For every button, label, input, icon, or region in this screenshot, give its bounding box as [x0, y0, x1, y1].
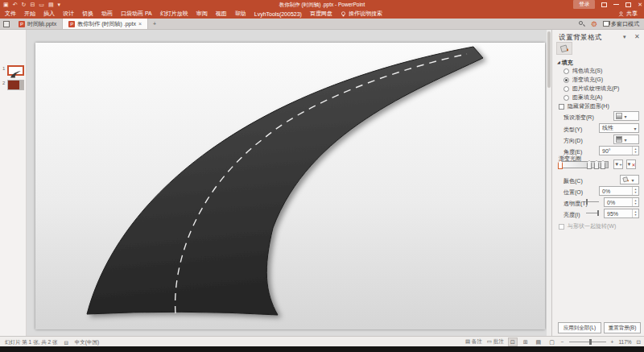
doc-tab-inactive[interactable]: P 时间轴.pptx: [13, 19, 62, 29]
zoom-out-icon[interactable]: −: [561, 339, 564, 345]
slide-counter[interactable]: 幻灯片 第 1 张, 共 2 张: [5, 339, 57, 346]
tab-design[interactable]: 设计: [63, 10, 74, 18]
brightness-slider[interactable]: [586, 209, 599, 218]
gradient-stop[interactable]: [594, 160, 599, 169]
gradient-stop-selected[interactable]: [558, 160, 563, 169]
tab-lvyhtools[interactable]: LvyhTools(200523): [254, 11, 302, 17]
tab-insert[interactable]: 插入: [43, 10, 55, 18]
tab-list-button[interactable]: [0, 19, 13, 29]
spinner-arrows[interactable]: ▴▾: [632, 147, 638, 155]
option-picture-fill[interactable]: 图片或纹理填充(P): [564, 85, 619, 93]
slide-1-thumbnail[interactable]: [7, 65, 24, 76]
slider-handle[interactable]: [597, 210, 599, 216]
slide-1-number: 1: [2, 66, 5, 71]
share-button[interactable]: 共享: [618, 10, 638, 18]
tab-slideshow[interactable]: 幻灯片放映: [160, 10, 188, 18]
slide-2-thumbnail[interactable]: [7, 80, 24, 90]
multi-window-mode-button[interactable]: 多窗口模式: [603, 20, 639, 28]
type-dropdown[interactable]: 线性▾: [599, 123, 639, 133]
window-controls: 登录 ✕: [573, 0, 642, 9]
checkbox-icon[interactable]: [559, 104, 564, 110]
radio-icon[interactable]: [564, 68, 569, 74]
ribbon-display-options-icon[interactable]: [601, 2, 607, 7]
display-settings-icon[interactable]: ⊟: [64, 340, 68, 346]
direction-swatch-icon: [616, 136, 622, 143]
radio-icon[interactable]: [564, 86, 569, 92]
reset-background-button[interactable]: 重置背景(B): [604, 322, 641, 333]
tab-pocket-animation[interactable]: 口袋动画 PA: [121, 10, 152, 18]
doc-tab-active[interactable]: P 教你制作 (时间轴) .pptx ×: [62, 19, 148, 29]
chevron-down-icon: ▾: [630, 177, 636, 183]
position-row: 位置(O): [564, 188, 583, 197]
reading-view-icon[interactable]: ▤: [535, 338, 543, 346]
fit-to-window-icon[interactable]: ⊡: [637, 339, 641, 346]
person-icon: [618, 11, 624, 17]
restore-icon[interactable]: [625, 2, 631, 7]
spin-down-icon[interactable]: ▾: [634, 191, 636, 194]
preset-gradient-dropdown[interactable]: ▾: [613, 111, 639, 121]
slide-canvas[interactable]: [35, 43, 545, 329]
slider-handle[interactable]: [586, 199, 588, 205]
spin-down-icon[interactable]: ▾: [634, 151, 636, 154]
close-icon[interactable]: ✕: [638, 1, 642, 8]
rotate-with-shape-label: 与形状一起旋转(W): [568, 222, 616, 230]
option-solid-fill[interactable]: 纯色填充(S): [564, 67, 602, 75]
radio-icon[interactable]: [564, 95, 569, 101]
apply-to-all-button[interactable]: 应用到全部(L): [558, 322, 601, 333]
direction-label: 方向(D): [564, 137, 583, 145]
zoom-level[interactable]: 117%: [618, 339, 631, 345]
tab-animations[interactable]: 动画: [101, 10, 113, 18]
new-tab-button[interactable]: +: [148, 19, 161, 29]
tab-transitions[interactable]: 切换: [82, 10, 93, 18]
gradient-stop[interactable]: [601, 160, 605, 169]
option-gradient-fill[interactable]: 渐变填充(G): [564, 76, 603, 84]
tell-me-search[interactable]: 操作说明搜索: [341, 10, 382, 18]
tab-file[interactable]: 文件: [5, 10, 16, 18]
spinner-arrows[interactable]: ▴▾: [632, 209, 638, 217]
remove-gradient-stop-button[interactable]: ▼✕: [626, 159, 636, 169]
gear-icon[interactable]: ⚙: [591, 20, 597, 28]
tab-help[interactable]: 帮助: [235, 10, 246, 18]
direction-dropdown[interactable]: ▾: [613, 135, 639, 144]
add-gradient-stop-button[interactable]: ▼+: [613, 159, 623, 169]
pane-options-icon[interactable]: ▾: [623, 34, 626, 40]
notes-button[interactable]: ▤ 备注: [465, 338, 482, 346]
spinner-arrows[interactable]: ▴▾: [632, 187, 638, 195]
fill-section-header[interactable]: ◢填充: [557, 59, 573, 67]
zoom-slider[interactable]: [569, 342, 606, 342]
option-pattern-fill[interactable]: 图案填充(A): [564, 93, 602, 101]
angle-spinner[interactable]: 90°▴▾: [599, 146, 639, 155]
gradient-stops-slider[interactable]: [559, 161, 609, 168]
tab-home[interactable]: 开始: [24, 10, 35, 18]
position-spinner[interactable]: 0%▴▾: [599, 186, 639, 196]
tab-view[interactable]: 视图: [216, 10, 227, 18]
zoom-in-icon[interactable]: +: [611, 339, 614, 345]
spin-down-icon[interactable]: ▾: [634, 213, 636, 217]
minimize-icon[interactable]: [613, 4, 619, 5]
scrollbar-thumb[interactable]: [547, 31, 551, 88]
transparency-spinner[interactable]: 0%▴▾: [604, 197, 639, 207]
sign-in-button[interactable]: 登录: [573, 0, 595, 9]
transparency-slider[interactable]: [586, 197, 599, 207]
slide-sorter-view-icon[interactable]: ⊞: [522, 338, 530, 346]
spinner-arrows[interactable]: ▴▾: [632, 198, 638, 206]
slideshow-view-icon[interactable]: ▢: [547, 338, 556, 346]
normal-view-icon[interactable]: ⊡: [509, 338, 517, 346]
color-dropdown[interactable]: ▾: [620, 175, 639, 184]
gradient-stop[interactable]: [587, 160, 592, 169]
language-indicator[interactable]: 中文(中国): [75, 339, 99, 346]
search-icon[interactable]: [579, 21, 585, 27]
spin-down-icon[interactable]: ▾: [634, 202, 636, 205]
option-hide-background[interactable]: 隐藏背景图形(H): [559, 102, 609, 110]
tab-review[interactable]: 审阅: [196, 10, 208, 18]
checkbox-disabled-icon: [559, 224, 564, 230]
tab-baidu-netdisk[interactable]: 百度网盘: [310, 10, 332, 18]
pane-close-icon[interactable]: ✕: [634, 33, 640, 40]
comments-button[interactable]: ▭ 批注: [487, 338, 504, 346]
road-shape[interactable]: [87, 47, 483, 315]
tab-close-icon[interactable]: ×: [138, 21, 142, 27]
zoom-slider-thumb[interactable]: [589, 339, 592, 345]
radio-selected-icon[interactable]: [564, 77, 569, 83]
brightness-spinner[interactable]: 95%▴▾: [604, 209, 639, 218]
fill-category-button[interactable]: [556, 42, 572, 55]
